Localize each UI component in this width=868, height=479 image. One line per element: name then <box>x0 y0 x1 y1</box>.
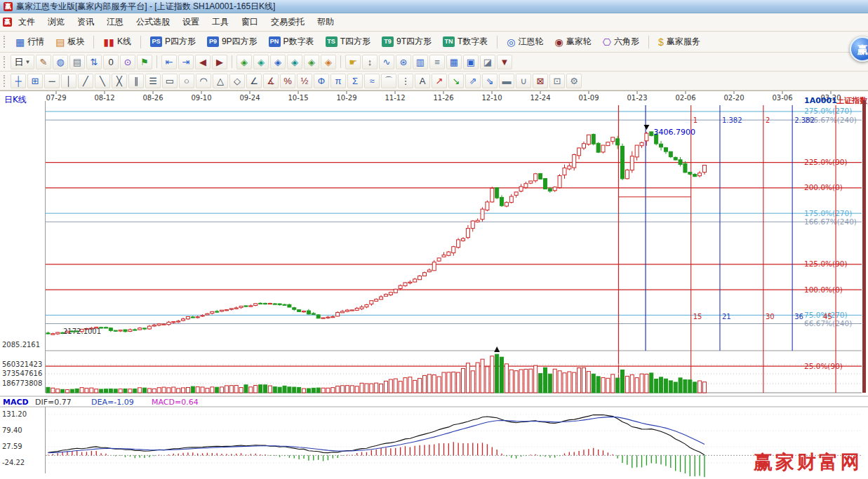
gann-diamond-dot-icon[interactable]: ◈ <box>321 55 336 69</box>
ellipse-tool-icon[interactable]: ○ <box>179 74 194 88</box>
menu-4[interactable]: 江恩 <box>100 13 130 31</box>
playback-flag-icon[interactable]: ⚑ <box>137 55 152 69</box>
lock-tool-icon[interactable]: ⊡ <box>549 74 565 88</box>
gann-diamond-x-icon[interactable]: ◈ <box>287 55 302 69</box>
expand-tool-icon[interactable]: ⇗ <box>465 74 481 88</box>
text-note-tool-icon[interactable]: A <box>415 74 430 88</box>
t9-square-button[interactable]: T99T四方形 <box>377 33 436 50</box>
formula-icon[interactable]: ≡ <box>429 55 445 69</box>
settings-tool-icon[interactable]: ⚙ <box>566 74 582 88</box>
cross-lines-tool-icon[interactable]: ╳ <box>112 74 127 88</box>
gann-diamond-grid-icon[interactable]: ◈ <box>253 55 269 69</box>
menu-3[interactable]: 资讯 <box>71 13 100 31</box>
ruler-tool-icon[interactable]: ▬ <box>499 74 514 88</box>
save-image-icon[interactable]: ◪ <box>480 55 495 69</box>
winner-service-button[interactable]: $赢家服务 <box>653 33 705 50</box>
trend-up-line-tool-icon[interactable]: ╱ <box>78 74 93 88</box>
svg-text:-24.22: -24.22 <box>2 459 25 466</box>
t-square-button[interactable]: TST四方形 <box>321 33 375 50</box>
gann-diamond-plus-icon[interactable]: ◈ <box>236 55 252 69</box>
menu-10[interactable]: 帮助 <box>311 13 340 31</box>
crosshair-tool-icon[interactable]: ┼ <box>11 74 26 88</box>
copy-data-icon[interactable]: ▤ <box>69 55 85 69</box>
period-selector[interactable]: 日▼ <box>11 55 34 69</box>
gann-fan-tool-icon[interactable]: ∡ <box>263 74 279 88</box>
menu-7[interactable]: 工具 <box>206 13 235 31</box>
parallel-lines-tool-icon[interactable]: ☰ <box>145 74 161 88</box>
sum-tool-icon[interactable]: Σ <box>347 74 363 88</box>
winner-wheel-button[interactable]: ◉赢家轮 <box>550 33 596 50</box>
chart-area[interactable]: 07-2908-1208-2609-1009-2410-1510-2911-12… <box>0 90 868 479</box>
fib-arc-tool-icon[interactable]: ⌒ <box>381 74 396 88</box>
horizontal-line-tool-icon[interactable]: ─ <box>44 74 60 88</box>
sort-updown-icon[interactable]: ⇅ <box>86 55 102 69</box>
svg-text:09-10: 09-10 <box>191 94 211 102</box>
svg-text:DIF=0.77: DIF=0.77 <box>35 398 72 407</box>
menu-1[interactable]: 文件 <box>12 13 41 31</box>
diamond-tool-icon[interactable]: ◇ <box>229 74 245 88</box>
rectangle-tool-icon[interactable]: ▭ <box>162 74 178 88</box>
go-first-icon[interactable]: ⇤ <box>161 55 177 69</box>
menu-9[interactable]: 交易委托 <box>265 13 311 31</box>
wave-line-icon-glyph: ∿ <box>383 58 391 67</box>
hexagon-button[interactable]: ⎔六角形 <box>598 33 644 50</box>
erase-tool-icon[interactable]: ⊠ <box>533 74 548 88</box>
grid-tool-icon[interactable]: ⊞ <box>27 74 43 88</box>
t-number-table-button-icon: TN <box>443 36 455 47</box>
gann-diamond-cross-icon[interactable]: ◈ <box>270 55 286 69</box>
gann-wheel-button[interactable]: ◎江恩轮 <box>502 33 548 50</box>
dropdown-caret-icon: ▼ <box>25 59 31 65</box>
stamp-tool-icon[interactable]: ✎ <box>36 55 51 69</box>
menu-2[interactable]: 浏览 <box>41 13 71 31</box>
measure-vertical-icon[interactable]: ↕ <box>362 55 378 69</box>
pi-tool-icon[interactable]: π <box>330 74 346 88</box>
panel-layout-icon[interactable]: ▣ <box>463 55 479 69</box>
chart-grid-icon[interactable]: ▦ <box>446 55 462 69</box>
gann-web-icon-glyph: ⊛ <box>400 58 408 67</box>
kline-button[interactable]: ▮▮K线 <box>98 33 135 50</box>
time-division-tool-icon[interactable]: ⋮ <box>398 74 413 88</box>
prev-bar-icon[interactable]: ◀ <box>195 55 211 69</box>
svg-text:186773808: 186773808 <box>2 379 42 387</box>
toolbar-separator <box>232 55 232 68</box>
menu-6[interactable]: 设置 <box>176 13 206 31</box>
percent-tool-icon[interactable]: % <box>280 74 295 88</box>
kline-chart-svg[interactable]: 07-2908-1208-2609-1009-2410-1510-2911-12… <box>0 90 868 479</box>
p9-square-button[interactable]: P99P四方形 <box>202 33 262 50</box>
cross-lines-tool-icon-glyph: ╳ <box>116 76 122 86</box>
export-icon[interactable]: ▼ <box>497 55 512 69</box>
angle-tool-icon[interactable]: ∠ <box>246 74 262 88</box>
settings-tool-icon-glyph: ⚙ <box>570 76 578 86</box>
reset-zero-icon[interactable]: 0 <box>103 55 119 69</box>
vertical-line-tool-icon[interactable]: │ <box>61 74 76 88</box>
svg-text:DEA=-1.09: DEA=-1.09 <box>91 398 134 407</box>
golden-ratio-tool-icon[interactable]: Φ <box>314 74 329 88</box>
go-last-icon[interactable]: ⇥ <box>178 55 194 69</box>
gann-diamond-lines-icon[interactable]: ◈ <box>304 55 319 69</box>
web-info-icon[interactable]: ◍ <box>53 55 68 69</box>
arrow-up-tool-icon[interactable]: ↗ <box>432 74 447 88</box>
wave-count-tool-icon[interactable]: ≈ <box>364 74 380 88</box>
compress-tool-icon[interactable]: ⇘ <box>482 74 498 88</box>
half-ratio-tool-icon[interactable]: ½ <box>297 74 312 88</box>
quotes-button[interactable]: ▦行情 <box>11 33 49 50</box>
channel-tool-icon[interactable]: ∥ <box>128 74 144 88</box>
wave-line-icon[interactable]: ∿ <box>379 55 394 69</box>
menu-8[interactable]: 窗口 <box>235 13 265 31</box>
trend-down-line-tool-icon[interactable]: ╲ <box>95 74 110 88</box>
magnet-tool-icon[interactable]: ∪ <box>516 74 531 88</box>
zoom-icon[interactable]: ⊙ <box>120 55 135 69</box>
p-number-table-button[interactable]: PNP数字表 <box>264 33 319 50</box>
statistics-icon[interactable]: ▥ <box>413 55 428 69</box>
pan-hand-icon[interactable]: ☛ <box>345 55 361 69</box>
next-bar-icon[interactable]: ▶ <box>212 55 227 69</box>
sectors-button[interactable]: ▤板块 <box>51 33 89 50</box>
p-square-button[interactable]: PSP四方形 <box>145 33 201 50</box>
triangle-tool-icon[interactable]: △ <box>213 74 228 88</box>
arc-tool-icon[interactable]: ◠ <box>196 74 211 88</box>
t-number-table-button[interactable]: TNT数字表 <box>438 33 493 50</box>
gann-web-icon[interactable]: ⊛ <box>396 55 411 69</box>
svg-text:12-24: 12-24 <box>530 94 550 102</box>
menu-5[interactable]: 公式选股 <box>130 13 176 31</box>
arrow-down-tool-icon[interactable]: ↘ <box>448 74 464 88</box>
